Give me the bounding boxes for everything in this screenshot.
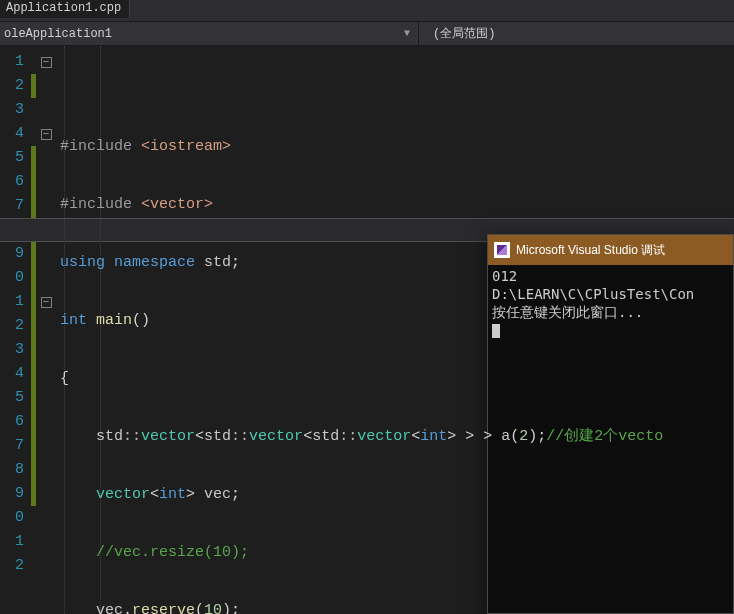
fold-toggle[interactable]: − [41,297,52,308]
breadcrumb-context[interactable]: (全局范围) [419,25,495,42]
line-number: 1 [0,50,30,74]
line-number: 0 [0,266,30,290]
code-line: vector<int> vec; [56,483,734,507]
code-line: #include <iostream> [56,135,734,159]
fold-toggle[interactable]: − [41,129,52,140]
line-number: 6 [0,410,30,434]
outline-gutter: − − − [36,46,56,614]
line-number: 8 [0,458,30,482]
line-number: 6 [0,170,30,194]
line-number: 4 [0,362,30,386]
fold-toggle[interactable]: − [41,57,52,68]
file-tab-label: Application1.cpp [6,1,121,15]
code-line: //vec.resize(10); [56,541,734,565]
line-number: 3 [0,338,30,362]
line-number: 9 [0,242,30,266]
line-number: 5 [0,146,30,170]
line-number: 0 [0,506,30,530]
line-number-gutter: 1 2 3 4 5 6 7 8 9 0 1 2 3 4 5 6 7 8 9 0 … [0,46,30,614]
line-number: 7 [0,434,30,458]
line-number: 2 [0,554,30,578]
line-number: 3 [0,98,30,122]
breadcrumb-context-label: (全局范围) [433,27,495,41]
breadcrumb-scope[interactable]: oleApplication1 ▼ [0,27,418,41]
line-number: 5 [0,386,30,410]
tab-strip: Application1.cpp [0,0,734,22]
file-tab[interactable]: Application1.cpp [0,0,130,18]
line-number: 9 [0,482,30,506]
code-line: #include <vector> [56,193,734,217]
code-line: int main() [56,309,734,333]
line-number: 2 [0,314,30,338]
line-number: 1 [0,530,30,554]
line-number: 7 [0,194,30,218]
code-line: std::vector<std::vector<std::vector<int>… [56,425,734,449]
code-line: using namespace std; [56,251,734,275]
line-number: 2 [0,74,30,98]
line-number: 1 [0,290,30,314]
breadcrumb-scope-label: oleApplication1 [4,27,112,41]
code-line: { [56,367,734,391]
line-number: 4 [0,122,30,146]
chevron-down-icon: ▼ [404,28,418,39]
code-line: vec.reserve(10); [56,599,734,614]
breadcrumb-bar: oleApplication1 ▼ (全局范围) [0,22,734,46]
